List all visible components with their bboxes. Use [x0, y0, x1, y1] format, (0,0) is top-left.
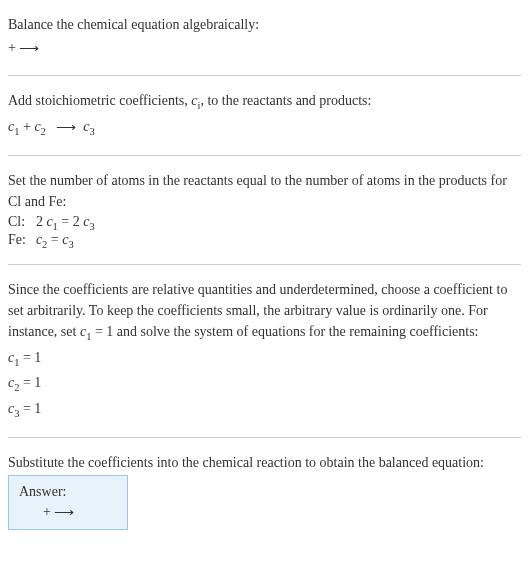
result-2: c2 = 1: [8, 372, 521, 396]
result-3: c3 = 1: [8, 398, 521, 422]
s2-title-p2: , to the reactants and products:: [200, 93, 371, 108]
rcv: = 1: [19, 375, 41, 390]
plus1: +: [23, 119, 34, 134]
c2: c2: [34, 119, 45, 134]
atom-eq-fe: c2 = c3: [36, 232, 95, 250]
lhs: 2: [36, 214, 47, 229]
table-row: Fe: c2 = c3: [8, 232, 95, 250]
cvar: c2: [36, 232, 47, 247]
s4-var: c1: [80, 324, 91, 339]
section2-equation: c1 + c2 ⟶ c3: [8, 116, 521, 140]
cs2: 3: [68, 239, 73, 250]
rc3: c3: [8, 401, 19, 416]
answer-plus: +: [43, 504, 54, 519]
section5-title: Substitute the coefficients into the che…: [8, 452, 521, 473]
arrow-icon: ⟶: [19, 38, 39, 59]
rcv: = 1: [19, 350, 41, 365]
section-atom-balance: Set the number of atoms in the reactants…: [8, 164, 521, 265]
c1: c1: [8, 119, 19, 134]
section3-title: Set the number of atoms in the reactants…: [8, 170, 521, 212]
section-coefficients: Add stoichiometric coefficients, ci, to …: [8, 84, 521, 156]
section-substitute: Substitute the coefficients into the che…: [8, 446, 521, 536]
rcv: = 1: [19, 401, 41, 416]
section2-title: Add stoichiometric coefficients, ci, to …: [8, 90, 521, 114]
section4-text: Since the coefficients are relative quan…: [8, 279, 521, 345]
atom-label-cl: Cl:: [8, 214, 36, 232]
section1-equation: + ⟶: [8, 37, 521, 59]
c2-sub: 2: [41, 126, 46, 137]
cvar: c1: [46, 214, 57, 229]
section1-title: Balance the chemical equation algebraica…: [8, 14, 521, 35]
c1-sub: 1: [14, 126, 19, 137]
answer-box: Answer: + ⟶: [8, 475, 128, 530]
answer-label: Answer:: [19, 484, 117, 500]
answer-equation: + ⟶: [19, 504, 117, 521]
atom-label-fe: Fe:: [8, 232, 36, 250]
rc2: c2: [8, 375, 19, 390]
result-1: c1 = 1: [8, 347, 521, 371]
c3: c3: [83, 119, 94, 134]
cvar2: c3: [62, 232, 73, 247]
atom-equations: Cl: 2 c1 = 2 c3 Fe: c2 = c3: [8, 214, 95, 250]
rc1: c1: [8, 350, 19, 365]
table-row: Cl: 2 c1 = 2 c3: [8, 214, 95, 232]
s2-title-p1: Add stoichiometric coefficients,: [8, 93, 191, 108]
arrow-icon: ⟶: [56, 117, 76, 138]
section-solve: Since the coefficients are relative quan…: [8, 273, 521, 438]
cs2: 3: [89, 221, 94, 232]
eq-plus: +: [8, 40, 19, 55]
eqs: = 2: [58, 214, 83, 229]
atom-eq-cl: 2 c1 = 2 c3: [36, 214, 95, 232]
arrow-icon: ⟶: [54, 504, 74, 521]
section-balance-intro: Balance the chemical equation algebraica…: [8, 8, 521, 76]
s4-p2: = 1 and solve the system of equations fo…: [91, 324, 478, 339]
cvar2: c3: [83, 214, 94, 229]
eqs: =: [47, 232, 62, 247]
c3-sub: 3: [90, 126, 95, 137]
